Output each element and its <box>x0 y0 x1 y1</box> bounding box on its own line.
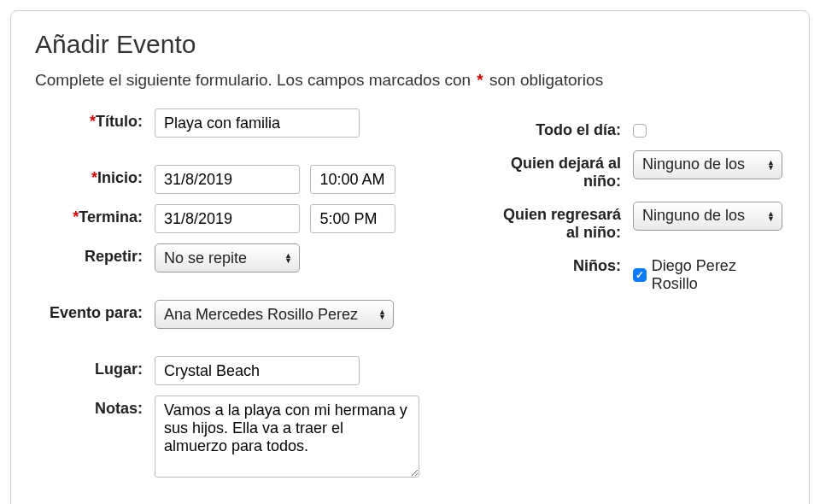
updown-icon: ▲▼ <box>767 160 775 170</box>
left-column: *Título: *Inicio: *Termina: <box>35 108 454 491</box>
dropoff-label: Quien dejará al niño: <box>488 150 633 191</box>
updown-icon: ▲▼ <box>767 211 775 221</box>
notes-label: Notas: <box>35 396 155 418</box>
repeat-select[interactable]: No se repite ▲▼ <box>155 243 300 273</box>
repeat-label: Repetir: <box>35 243 155 266</box>
end-date-input[interactable] <box>155 204 300 233</box>
start-label: *Inicio: <box>35 165 155 187</box>
add-event-panel: Añadir Evento Complete el siguiente form… <box>10 10 810 504</box>
place-label: Lugar: <box>35 356 155 378</box>
child-name: Diego Perez Rosillo <box>652 257 785 293</box>
pickup-label: Quien regresará al niño: <box>488 202 633 243</box>
all-day-label: Todo el día: <box>488 117 633 140</box>
all-day-checkbox[interactable] <box>633 124 647 138</box>
updown-icon: ▲▼ <box>378 309 386 319</box>
end-label: *Termina: <box>35 204 155 226</box>
start-time-input[interactable] <box>310 165 395 194</box>
child-row[interactable]: Diego Perez Rosillo <box>633 257 785 293</box>
place-input[interactable] <box>155 356 360 385</box>
right-column: Todo el día: Quien dejará al niño: Ningu… <box>488 108 785 491</box>
event-for-select[interactable]: Ana Mercedes Rosillo Perez ▲▼ <box>155 300 394 329</box>
form-instructions: Complete el siguiente formulario. Los ca… <box>35 71 785 90</box>
title-label: *Título: <box>35 108 155 131</box>
required-asterisk: * <box>477 71 483 89</box>
end-time-input[interactable] <box>310 204 395 233</box>
page-title: Añadir Evento <box>35 30 785 59</box>
pickup-select[interactable]: Ninguno de los ▲▼ <box>633 202 782 231</box>
title-input[interactable] <box>155 108 360 138</box>
dropoff-select[interactable]: Ninguno de los ▲▼ <box>633 150 782 179</box>
event-for-label: Evento para: <box>35 300 155 322</box>
notes-textarea[interactable]: Vamos a la playa con mi hermana y sus hi… <box>155 396 419 478</box>
children-label: Niños: <box>488 253 633 276</box>
updown-icon: ▲▼ <box>284 253 292 263</box>
child-checkbox[interactable] <box>633 268 647 282</box>
start-date-input[interactable] <box>155 165 300 194</box>
